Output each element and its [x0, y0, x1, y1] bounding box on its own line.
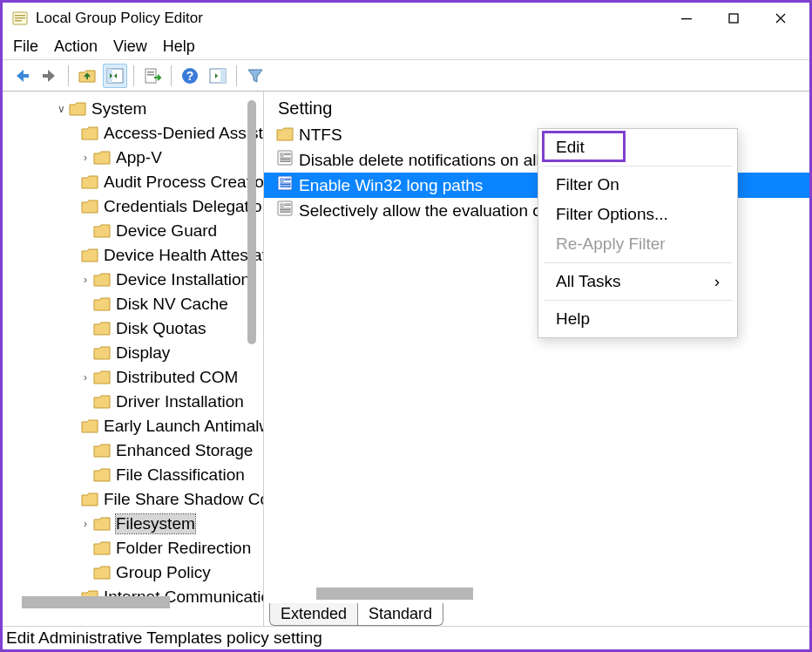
filter-button[interactable] [243, 64, 267, 88]
tree-horizontal-scrollbar[interactable] [22, 596, 170, 608]
folder-icon [276, 126, 294, 144]
tree-label: Distributed COM [116, 368, 238, 387]
action-pane-button[interactable] [206, 64, 230, 88]
setting-icon [276, 149, 299, 171]
tree-node[interactable]: ›Filesystem [3, 512, 263, 536]
context-menu-label: Filter Options... [556, 205, 668, 224]
svg-rect-6 [22, 74, 29, 78]
svg-rect-31 [281, 211, 290, 213]
context-menu-item[interactable]: Edit [538, 132, 737, 162]
tree-node[interactable]: File Share Shadow Copy [3, 487, 263, 512]
chevron-right-icon: › [714, 272, 720, 291]
toolbar: ? [3, 60, 809, 92]
app-icon [11, 10, 29, 27]
tree-node[interactable]: Device Health Attestation [3, 243, 263, 268]
tree-node[interactable]: Enhanced Storage [3, 438, 263, 463]
menu-action[interactable]: Action [54, 37, 98, 56]
tree-node[interactable]: Credentials Delegation [3, 194, 263, 219]
tree-label: App-V [116, 148, 162, 167]
tree-node[interactable]: Display [3, 341, 263, 365]
menu-view[interactable]: View [113, 37, 147, 56]
tree-label: Access-Denied Assistance [104, 124, 264, 143]
tree-label: File Classification [116, 465, 245, 485]
up-folder-button[interactable] [75, 64, 99, 88]
context-menu-separator [544, 300, 732, 301]
svg-rect-21 [281, 160, 290, 162]
tree-label: Group Policy [116, 563, 211, 582]
tree-node[interactable]: Access-Denied Assistance [3, 121, 263, 146]
tree-label: Device Health Attestation [104, 246, 264, 265]
show-hide-tree-button[interactable] [103, 64, 127, 88]
context-menu-separator [544, 166, 732, 166]
list-column-header[interactable]: Setting [264, 98, 809, 122]
svg-rect-7 [43, 74, 50, 78]
menu-help[interactable]: Help [163, 37, 195, 56]
context-menu-item: Re-Apply Filter [538, 229, 737, 259]
tree-node[interactable]: Device Guard [3, 219, 263, 243]
context-menu-item[interactable]: Filter Options... [538, 200, 737, 229]
expand-icon[interactable]: › [79, 518, 91, 530]
list-horizontal-scrollbar[interactable] [316, 587, 473, 600]
help-button[interactable]: ? [178, 64, 202, 88]
tree-node[interactable]: Folder Redirection [3, 536, 263, 560]
tab-standard[interactable]: Standard [357, 603, 443, 626]
tree-node[interactable]: Disk Quotas [3, 316, 263, 341]
tree-label: Early Launch Antimalware [104, 417, 264, 436]
tree-label: Folder Redirection [116, 539, 251, 558]
tree-node[interactable]: Driver Installation [3, 390, 263, 414]
statusbar: Edit Administrative Templates policy set… [3, 627, 809, 649]
forward-button[interactable] [37, 64, 62, 88]
context-menu-item[interactable]: All Tasks› [538, 267, 737, 296]
back-button[interactable] [10, 64, 34, 88]
tree-label: Disk NV Cache [116, 295, 228, 314]
export-list-button[interactable] [140, 64, 165, 88]
list-item-label: Enable Win32 long paths [299, 176, 483, 195]
context-menu-label: All Tasks [556, 272, 621, 291]
context-menu-item[interactable]: Filter On [538, 170, 737, 200]
context-menu-separator [544, 262, 732, 263]
tab-extended[interactable]: Extended [269, 603, 358, 626]
svg-rect-28 [281, 204, 283, 207]
tree-node[interactable]: Group Policy [3, 560, 263, 585]
svg-rect-20 [281, 158, 290, 160]
tree-node[interactable]: Audit Process Creation [3, 170, 263, 194]
expand-icon[interactable]: › [79, 274, 91, 286]
tree-label: Device Installation [116, 270, 250, 289]
svg-rect-5 [729, 14, 738, 23]
tree-node-system[interactable]: ∨System [3, 97, 263, 121]
menubar: File Action View Help [3, 34, 809, 60]
tree-node[interactable]: ›Distributed COM [3, 365, 263, 390]
svg-rect-10 [145, 69, 156, 83]
list-item-label: NTFS [299, 126, 342, 145]
svg-rect-29 [285, 204, 290, 206]
close-button[interactable] [757, 3, 804, 34]
svg-rect-26 [281, 186, 290, 187]
svg-rect-3 [15, 20, 22, 22]
menu-file[interactable]: File [13, 37, 38, 56]
setting-icon [276, 174, 299, 196]
expand-icon[interactable]: ∨ [55, 103, 67, 115]
tree-label: File Share Shadow Copy [104, 490, 264, 509]
context-menu-item[interactable]: Help [538, 304, 737, 334]
expand-icon[interactable]: › [79, 371, 91, 384]
window-title: Local Group Policy Editor [36, 10, 203, 27]
svg-rect-30 [281, 208, 290, 210]
context-menu: EditFilter OnFilter Options...Re-Apply F… [538, 128, 738, 338]
expand-icon[interactable]: › [79, 152, 91, 164]
tree-node[interactable]: Disk NV Cache [3, 292, 263, 316]
tree-pane: ∨SystemAccess-Denied Assistance›App-VAud… [3, 92, 264, 626]
tree-vertical-scrollbar[interactable] [247, 100, 256, 344]
list-pane: Setting NTFSDisable delete notifications… [264, 92, 809, 626]
tree-node[interactable]: ›App-V [3, 146, 263, 170]
maximize-button[interactable] [710, 3, 757, 34]
tree-label: Device Guard [116, 221, 217, 241]
tree-node[interactable]: Early Launch Antimalware [3, 414, 263, 438]
tree-node[interactable]: ›Device Installation [3, 268, 263, 292]
svg-rect-2 [15, 17, 25, 19]
tree-label: Display [116, 343, 170, 363]
minimize-button[interactable] [663, 3, 710, 34]
tabs-strip: Extended Standard [269, 603, 443, 626]
titlebar: Local Group Policy Editor [3, 3, 809, 34]
tree-node[interactable]: File Classification [3, 463, 263, 487]
svg-rect-11 [147, 71, 154, 73]
